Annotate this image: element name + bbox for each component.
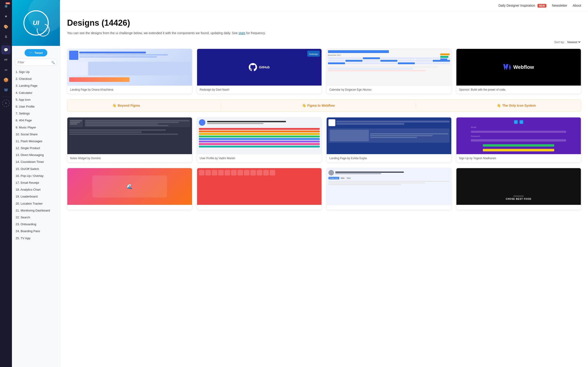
icon-bar-divider-1 xyxy=(2,43,10,43)
sidebar-nav-item-7[interactable]: 7. Settings xyxy=(12,110,60,117)
palette-icon-item[interactable]: 🎨 xyxy=(1,22,10,31)
promo-emoji-2: 👋 xyxy=(302,104,306,107)
sidebar-nav-item-4[interactable]: 4. Calculator xyxy=(12,90,60,96)
design-card-caption-pink xyxy=(67,205,192,210)
filter-wrap: 🔍 xyxy=(15,59,57,66)
design-card-caption-github: Redesign by Dani Nasiri xyxy=(197,85,322,94)
design-card-darkfood[interactable]: CHOSE BEST FOOD xyxy=(456,168,581,210)
icon-bar-divider-2 xyxy=(2,97,10,97)
twitter-bird-icon: 🐦 xyxy=(29,51,33,55)
design-card-caption-lightprofile xyxy=(327,205,451,210)
content-area: Designs (14426) You can see the designs … xyxy=(60,11,588,222)
pf-icon-item[interactable]: PF xyxy=(1,55,10,65)
promo-emoji-1: 👋 xyxy=(112,104,116,107)
tweet-button-label: Tweet xyxy=(35,51,43,55)
design-card-notes[interactable]: Notes Widget by Dominic xyxy=(67,117,192,162)
stats-link[interactable]: stats xyxy=(238,31,245,35)
heart-icon-item[interactable]: ♥ xyxy=(1,12,10,21)
design-card-calendar[interactable]: November 2017 xyxy=(326,49,451,94)
promo-label-3: The Only Icon System xyxy=(502,104,536,107)
sidebar-nav-item-12[interactable]: 12. Single Product xyxy=(12,145,60,152)
nav-list: 1. Sign Up2. Checkout3. Landing Page4. C… xyxy=(12,69,60,246)
sort-select[interactable]: Newest xyxy=(566,40,581,44)
sidebar-nav-item-20[interactable]: 20. Location Tracker xyxy=(12,200,60,207)
design-card-webflow[interactable]: Webflow Sponsor: Build with the power of… xyxy=(456,49,581,94)
pen-icon-item[interactable]: ✏ xyxy=(1,65,10,75)
filter-input[interactable] xyxy=(15,59,57,66)
new-badge-label: New xyxy=(6,2,10,4)
promo-bar: 👋 Beyond Figma 👋 Figma to Webflow 👋 The … xyxy=(67,99,581,112)
sidebar-nav-item-5[interactable]: 5. App Icon xyxy=(12,96,60,103)
design-card-redicons[interactable] xyxy=(197,168,322,210)
sidebar-nav-item-1[interactable]: 1. Sign Up xyxy=(12,69,60,75)
add-icon-item[interactable]: + xyxy=(2,100,10,107)
sidebar-nav-item-24[interactable]: 24. Boarding Pass xyxy=(12,228,60,235)
design-card-caption-landing2: Landing Page by Eshita Gupta xyxy=(327,154,451,162)
sort-bar: Sort by: Newest xyxy=(67,40,581,44)
design-card-image-notes xyxy=(67,117,192,154)
sidebar-nav-item-15[interactable]: 15. On/Off Switch xyxy=(12,166,60,173)
sidebar-nav-item-18[interactable]: 18. Analytics Chart xyxy=(12,186,60,193)
design-card-image-webflow: Webflow xyxy=(456,49,581,85)
design-card-github[interactable]: GitHub Redesign Redesign by Dani Nasiri xyxy=(197,49,322,94)
page-title: Designs (14426) xyxy=(67,18,581,28)
newsletter-link[interactable]: Newsletter xyxy=(552,4,567,7)
sidebar-nav-item-16[interactable]: 16. Pop-Up / Overlay xyxy=(12,173,60,179)
design-card-landing[interactable]: Landing Page by Oxana Khazhieva xyxy=(67,49,192,94)
daily-designer-link[interactable]: Daily Designer Inspiration NEW xyxy=(498,4,546,7)
promo-item-2[interactable]: 👋 Figma to Webflow xyxy=(302,104,335,107)
design-card-landing2[interactable]: Landing Page by Eshita Gupta xyxy=(326,117,451,162)
promo-item-1[interactable]: 👋 Beyond Figma xyxy=(112,104,140,107)
sidebar-nav-item-17[interactable]: 17. Email Receipt xyxy=(12,179,60,186)
design-card-signup[interactable]: f t Email Password Sign Up by Yogesh Mad… xyxy=(456,117,581,162)
promo-label-2: Figma to Webflow xyxy=(307,104,335,107)
design-card-caption-signup: Sign Up by Yogesh Madharam xyxy=(456,154,581,162)
cookie-icon-item[interactable]: 🍪 xyxy=(1,75,10,85)
promo-emoji-3: 👋 xyxy=(497,104,501,107)
sidebar-nav-item-11[interactable]: 11. Flash Messages xyxy=(12,138,60,145)
design-card-userprofile[interactable]: User Profile by Vadim Markin xyxy=(197,117,322,162)
icon-bar: ❄ New ♥ 🎨 S 💬 PF ✏ 🍪 W + xyxy=(0,0,12,367)
sidebar-logo: UI xyxy=(23,10,49,35)
sidebar-nav-item-21[interactable]: 21. Monitoring Dashboard xyxy=(12,207,60,214)
sidebar-nav-item-25[interactable]: 25. TV App xyxy=(12,235,60,242)
sidebar-nav-item-10[interactable]: 10. Social Share xyxy=(12,131,60,138)
design-card-image-calendar: November 2017 xyxy=(327,49,451,85)
sidebar-nav-item-6[interactable]: 6. User Profile xyxy=(12,103,60,110)
design-card-image-lightprofile: Design work Web Font xyxy=(327,168,451,205)
design-card-caption-calendar: Calendar by Dogacan Ege Altunsu xyxy=(327,85,451,94)
sidebar-nav-item-13[interactable]: 13. Direct Messaging xyxy=(12,152,60,158)
design-card-image-darkfood: CHOSE BEST FOOD xyxy=(456,168,581,205)
design-card-lightprofile[interactable]: Design work Web Font xyxy=(326,168,451,210)
sketch-icon-item[interactable]: S xyxy=(1,32,10,41)
promo-divider-1 xyxy=(221,103,221,108)
sidebar-nav-item-8[interactable]: 8. 404 Page xyxy=(12,117,60,124)
sidebar-header: UI xyxy=(12,0,60,46)
main-content: Daily Designer Inspiration NEW Newslette… xyxy=(60,0,588,367)
designs-grid-row1: Landing Page by Oxana Khazhieva GitHub R… xyxy=(67,49,581,94)
new-icon-item[interactable]: ❄ New xyxy=(1,2,10,11)
design-card-caption-redicons xyxy=(197,205,322,210)
sort-label: Sort by: xyxy=(554,40,565,44)
design-card-caption-userprofile: User Profile by Vadim Markin xyxy=(197,154,322,162)
design-card-caption-darkfood xyxy=(456,205,581,210)
w-icon-item[interactable]: W xyxy=(1,85,10,95)
tweet-button[interactable]: 🐦 Tweet xyxy=(25,49,47,56)
design-card-image-github: GitHub Redesign xyxy=(197,49,322,85)
chat-icon-item[interactable]: 💬 xyxy=(1,45,10,54)
sidebar-nav-item-3[interactable]: 3. Landing Page xyxy=(12,82,60,89)
promo-divider-2 xyxy=(416,103,416,108)
design-card-image-userprofile xyxy=(197,117,322,154)
sidebar-nav-item-9[interactable]: 9. Music Player xyxy=(12,124,60,131)
sidebar-nav-item-22[interactable]: 22. Search xyxy=(12,214,60,221)
sidebar-nav-item-2[interactable]: 2. Checkout xyxy=(12,75,60,82)
sidebar-nav-item-14[interactable]: 14. Countdown Timer xyxy=(12,158,60,165)
sidebar-nav-item-19[interactable]: 19. Leaderboard xyxy=(12,193,60,200)
top-nav: Daily Designer Inspiration NEW Newslette… xyxy=(60,0,588,11)
about-link[interactable]: About xyxy=(573,4,581,7)
design-card-pink[interactable]: 🌊 xyxy=(67,168,192,210)
promo-item-3[interactable]: 👋 The Only Icon System xyxy=(497,104,536,107)
sidebar-nav-item-23[interactable]: 23. Onboarding xyxy=(12,221,60,228)
design-card-image-signup: f t Email Password xyxy=(456,117,581,154)
design-card-image-landing2 xyxy=(327,117,451,154)
